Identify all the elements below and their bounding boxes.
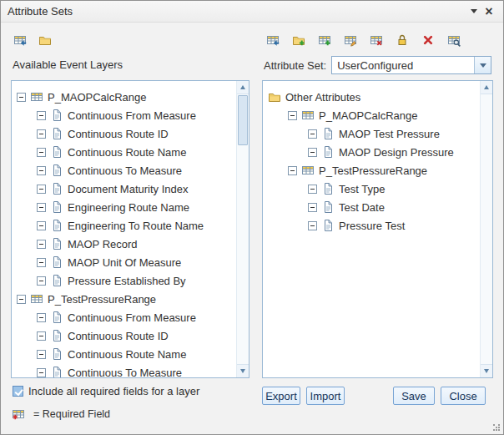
tree-item-p-maopcalcrange[interactable]: P_MAOPCalcRange xyxy=(263,106,480,124)
remove-attribute-icon[interactable] xyxy=(367,31,386,49)
add-layer-to-set-icon[interactable] xyxy=(11,31,29,49)
resize-grip[interactable] xyxy=(493,424,495,426)
left-panel-scrollbar[interactable] xyxy=(236,81,249,377)
scroll-down-icon[interactable] xyxy=(481,364,492,377)
save-button[interactable]: Save xyxy=(393,387,435,405)
tree-item-continuous-route-id[interactable]: Continuous Route ID xyxy=(12,326,236,345)
tree-item-pressure-established-by[interactable]: Pressure Established By xyxy=(12,271,236,290)
right-panel-scrollbar[interactable] xyxy=(480,81,492,377)
scroll-down-icon[interactable] xyxy=(237,364,249,377)
tree-item-maop-unit-of-measure[interactable]: MAOP Unit Of Measure xyxy=(12,253,236,271)
collapse-icon[interactable] xyxy=(37,129,46,139)
combo-dropdown-button[interactable] xyxy=(474,57,491,73)
document-icon xyxy=(50,109,63,122)
close-button[interactable]: Close xyxy=(441,387,486,405)
collapse-icon[interactable] xyxy=(37,276,46,286)
tree-item-maop-record[interactable]: MAOP Record xyxy=(12,235,236,253)
tree-item-label: MAOP Design Pressure xyxy=(339,146,454,159)
scroll-up-icon[interactable] xyxy=(481,81,492,94)
edit-attribute-set-icon[interactable] xyxy=(341,31,360,49)
tree-item-p-testpressurerange[interactable]: P_TestPressureRange xyxy=(263,161,480,180)
dialog-title: Attribute Sets xyxy=(8,5,73,18)
tree-item-label: Continuous From Measure xyxy=(68,311,196,324)
tree-item-continuous-to-measure[interactable]: Continuous To Measure xyxy=(12,363,236,377)
document-icon xyxy=(50,182,63,195)
collapse-icon[interactable] xyxy=(308,203,317,212)
dialog-titlebar[interactable]: Attribute Sets × xyxy=(1,1,503,23)
tree-item-test-type[interactable]: Test Type xyxy=(263,180,480,198)
document-icon xyxy=(321,200,335,214)
attribute-set-tree: Other AttributesP_MAOPCalcRangeMAOP Test… xyxy=(263,81,480,377)
collapse-icon[interactable] xyxy=(37,111,46,120)
lock-icon[interactable] xyxy=(393,31,411,49)
tree-item-continuous-route-name[interactable]: Continuous Route Name xyxy=(12,345,236,363)
tree-item-engineering-to-route-name[interactable]: Engineering To Route Name xyxy=(12,216,236,235)
scroll-up-icon[interactable] xyxy=(237,81,249,94)
tree-item-label: Test Date xyxy=(339,201,385,214)
triangle-down-icon xyxy=(240,369,245,373)
folder-icon xyxy=(268,90,281,104)
tree-item-pressure-test[interactable]: Pressure Test xyxy=(263,216,480,235)
attribute-set-select[interactable]: UserConfigured xyxy=(331,56,491,74)
delete-attribute-set-icon[interactable] xyxy=(419,31,437,49)
document-icon xyxy=(50,274,63,287)
collapse-icon[interactable] xyxy=(308,185,317,194)
include-required-checkbox[interactable] xyxy=(13,386,23,397)
table-icon xyxy=(30,292,43,306)
dialog: Attribute Sets × Available Event Layers … xyxy=(0,0,504,435)
collapse-icon[interactable] xyxy=(37,331,46,341)
tree-item-label: Pressure Established By xyxy=(68,275,186,287)
new-folder-icon[interactable] xyxy=(290,31,308,49)
required-field-text: = Required Field xyxy=(33,408,110,420)
close-icon[interactable]: × xyxy=(481,4,496,19)
minimize-icon[interactable] xyxy=(466,4,481,19)
include-required-label[interactable]: Include all required fields for a layer xyxy=(28,385,199,397)
collapse-icon[interactable] xyxy=(288,111,297,120)
collapse-icon[interactable] xyxy=(37,350,46,359)
tree-item-label: MAOP Unit Of Measure xyxy=(68,256,181,269)
tree-item-label: P_MAOPCalcRange xyxy=(319,109,418,122)
open-layers-icon[interactable] xyxy=(36,31,54,49)
tree-item-continuous-route-name[interactable]: Continuous Route Name xyxy=(12,143,236,161)
collapse-icon[interactable] xyxy=(37,148,46,157)
collapse-icon[interactable] xyxy=(17,93,26,102)
collapse-icon[interactable] xyxy=(37,166,46,175)
document-icon xyxy=(50,347,63,361)
collapse-icon[interactable] xyxy=(37,240,46,249)
tree-item-p-maopcalcrange[interactable]: P_MAOPCalcRange xyxy=(12,88,236,106)
collapse-icon[interactable] xyxy=(37,185,46,194)
triangle-down-icon xyxy=(484,369,489,373)
collapse-icon[interactable] xyxy=(308,148,317,157)
collapse-icon[interactable] xyxy=(17,295,26,304)
tree-item-continuous-to-measure[interactable]: Continuous To Measure xyxy=(12,161,236,180)
tree-item-continuous-from-measure[interactable]: Continuous From Measure xyxy=(12,308,236,326)
collapse-icon[interactable] xyxy=(308,129,317,139)
new-attribute-set-icon[interactable] xyxy=(315,31,334,49)
tree-item-continuous-from-measure[interactable]: Continuous From Measure xyxy=(12,106,236,124)
tree-item-continuous-route-id[interactable]: Continuous Route ID xyxy=(12,124,236,143)
attribute-set-label: Attribute Set: xyxy=(264,59,326,72)
required-field-icon xyxy=(12,407,25,421)
tree-item-maop-test-pressure[interactable]: MAOP Test Pressure xyxy=(263,124,480,143)
document-icon xyxy=(50,366,63,377)
collapse-icon[interactable] xyxy=(37,203,46,212)
tree-item-test-date[interactable]: Test Date xyxy=(263,198,480,216)
collapse-icon[interactable] xyxy=(37,221,46,230)
collapse-icon[interactable] xyxy=(288,166,297,175)
tree-item-label: Continuous Route ID xyxy=(68,330,169,342)
tree-item-engineering-route-name[interactable]: Engineering Route Name xyxy=(12,198,236,216)
scrollbar-thumb[interactable] xyxy=(238,95,248,145)
preview-attribute-set-icon[interactable] xyxy=(445,31,463,49)
collapse-icon[interactable] xyxy=(37,368,46,377)
tree-item-document-maturity-index[interactable]: Document Maturity Index xyxy=(12,180,236,198)
tree-item-label: MAOP Record xyxy=(68,238,138,250)
add-to-attribute-set-icon[interactable] xyxy=(264,31,282,49)
collapse-icon[interactable] xyxy=(37,313,46,322)
tree-item-other-attributes[interactable]: Other Attributes xyxy=(263,88,480,106)
export-button[interactable]: Export xyxy=(262,387,300,405)
tree-item-p-testpressurerange[interactable]: P_TestPressureRange xyxy=(12,290,236,308)
tree-item-maop-design-pressure[interactable]: MAOP Design Pressure xyxy=(263,143,480,161)
collapse-icon[interactable] xyxy=(37,258,46,267)
collapse-icon[interactable] xyxy=(308,221,317,230)
import-button[interactable]: Import xyxy=(306,387,345,405)
